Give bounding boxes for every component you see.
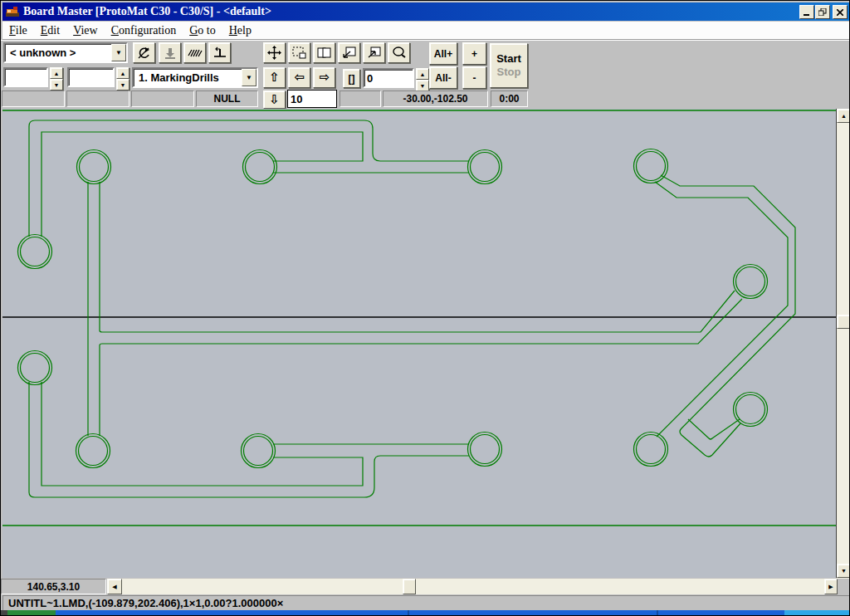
x-coordinate-spinner: ▲ ▼ xyxy=(50,67,63,90)
menu-file[interactable]: File xyxy=(2,23,34,38)
close-button[interactable] xyxy=(833,5,848,19)
scroll-down-button[interactable]: ▼ xyxy=(837,564,850,578)
scroll-left-icon: ◀ xyxy=(112,584,116,590)
elapsed-time-panel: 0:00 xyxy=(491,90,528,107)
milling-area-button[interactable] xyxy=(183,42,206,63)
board-canvas[interactable] xyxy=(2,109,837,578)
chevron-down-icon[interactable]: ▼ xyxy=(111,44,126,61)
step-up-button[interactable]: ⇧ xyxy=(263,67,286,88)
all-plus-button[interactable]: All+ xyxy=(429,42,457,65)
import-icon xyxy=(342,46,356,59)
taskbar-separator xyxy=(408,610,409,616)
menu-goto[interactable]: Go to xyxy=(183,23,222,38)
plus-button[interactable]: + xyxy=(462,42,486,65)
app-window: Board Master [ProtoMat C30 - C30/S] - <d… xyxy=(0,0,850,616)
all-minus-button[interactable]: All- xyxy=(429,66,457,89)
tool-exchange-button[interactable] xyxy=(208,42,231,63)
magnifier-icon xyxy=(392,46,406,59)
export-icon xyxy=(367,46,381,59)
move-cross-icon xyxy=(267,46,281,60)
pcb-traces xyxy=(2,109,836,578)
spin-down-icon[interactable]: ▼ xyxy=(50,79,63,90)
scrollbar-corner xyxy=(838,579,850,594)
redraw-icon xyxy=(137,46,151,60)
spin-up-icon[interactable]: ▲ xyxy=(50,67,63,79)
tool-status-panel: NULL xyxy=(196,90,258,107)
horizontal-scrollbar-row: 140.65,3.10 ◀ ▶ xyxy=(1,579,850,594)
step-left-button[interactable]: ⇦ xyxy=(288,67,310,88)
start-stop-button[interactable]: Start Stop xyxy=(490,43,528,88)
index-field[interactable] xyxy=(363,68,414,88)
bracket-button[interactable]: [] xyxy=(343,69,360,88)
spin-down-icon[interactable]: ▼ xyxy=(116,79,129,90)
export-button[interactable] xyxy=(363,42,385,63)
right-arrow-icon: ⇨ xyxy=(319,71,330,84)
taskbar-window-button[interactable] xyxy=(784,610,850,616)
scroll-up-button[interactable]: ▲ xyxy=(837,109,850,123)
job-combobox-value: < unknown > xyxy=(5,46,111,59)
tool-exchange-icon xyxy=(212,46,227,60)
y-coordinate-field[interactable] xyxy=(67,67,115,87)
restore-button[interactable] xyxy=(815,5,830,19)
vertical-scrollbar[interactable]: ▲ ▼ xyxy=(837,109,850,579)
x-coordinate-field[interactable] xyxy=(3,67,48,87)
step-size-field[interactable] xyxy=(287,90,337,108)
scroll-down-icon: ▼ xyxy=(841,568,847,574)
zoom-button[interactable] xyxy=(388,42,410,63)
spin-down-icon[interactable]: ▼ xyxy=(416,80,429,91)
taskbar-separator xyxy=(657,610,658,616)
scroll-left-button[interactable]: ◀ xyxy=(107,579,122,594)
window-title: Board Master [ProtoMat C30 - C30/S] - <d… xyxy=(23,5,271,18)
move-head-button[interactable] xyxy=(263,42,286,63)
minimize-button[interactable] xyxy=(799,5,814,19)
horizontal-scroll-thumb[interactable] xyxy=(403,579,416,594)
cursor-coordinate-panel: 140.65,3.10 xyxy=(1,579,106,594)
import-button[interactable] xyxy=(338,42,360,63)
app-icon xyxy=(5,5,20,18)
step-right-button[interactable]: ⇨ xyxy=(313,67,335,88)
menu-configuration[interactable]: Configuration xyxy=(105,23,183,38)
status-panel-2 xyxy=(66,90,129,107)
up-arrow-icon: ⇧ xyxy=(269,71,280,84)
milling-area-icon xyxy=(188,47,203,59)
duplicate-button[interactable] xyxy=(313,42,335,63)
scroll-right-button[interactable]: ▶ xyxy=(824,579,838,594)
spin-up-icon[interactable]: ▲ xyxy=(416,68,429,80)
status-panel-1 xyxy=(2,90,65,107)
taskbar-edge xyxy=(1,610,7,616)
head-down-icon xyxy=(164,46,177,60)
toolbar: < unknown > ▼ xyxy=(1,40,850,110)
start-label: Start xyxy=(496,52,521,66)
menu-bar: File Edit View Configuration Go to Help xyxy=(2,22,849,40)
spin-up-icon[interactable]: ▲ xyxy=(116,67,129,79)
redraw-button[interactable] xyxy=(133,42,155,63)
menu-help[interactable]: Help xyxy=(222,23,258,38)
left-arrow-icon: ⇦ xyxy=(294,71,305,84)
down-arrow-icon: ⇩ xyxy=(269,94,280,106)
head-down-button[interactable] xyxy=(159,42,181,63)
minimize-icon xyxy=(804,9,810,16)
horizontal-scrollbar[interactable] xyxy=(122,579,824,594)
menu-edit[interactable]: Edit xyxy=(34,23,66,38)
restore-icon xyxy=(818,8,827,16)
scroll-right-icon: ▶ xyxy=(828,584,833,590)
close-icon xyxy=(837,9,843,16)
menu-view[interactable]: View xyxy=(66,23,105,38)
head-position-panel: -30.00,-102.50 xyxy=(383,90,488,107)
vertical-scroll-thumb[interactable] xyxy=(837,315,850,329)
title-bar: Board Master [ProtoMat C30 - C30/S] - <d… xyxy=(2,2,849,21)
select-area-icon xyxy=(292,46,306,59)
status-panel-3 xyxy=(131,90,194,107)
y-coordinate-spinner: ▲ ▼ xyxy=(116,67,129,90)
status-panel-4 xyxy=(340,90,381,107)
chevron-down-icon[interactable]: ▼ xyxy=(242,69,256,86)
phase-combobox[interactable]: 1. MarkingDrills ▼ xyxy=(132,67,258,88)
taskbar-start-button[interactable] xyxy=(7,610,56,616)
overlapping-windows-icon xyxy=(317,46,331,59)
job-combobox[interactable]: < unknown > ▼ xyxy=(3,42,128,63)
step-down-button[interactable]: ⇩ xyxy=(263,90,286,109)
scroll-up-icon: ▲ xyxy=(841,113,847,119)
minus-button[interactable]: - xyxy=(462,66,486,89)
status-bar: UNTITL~1.LMD,(-109.879,202.406),1×1,0.00… xyxy=(1,594,850,610)
select-area-button[interactable] xyxy=(288,42,310,63)
